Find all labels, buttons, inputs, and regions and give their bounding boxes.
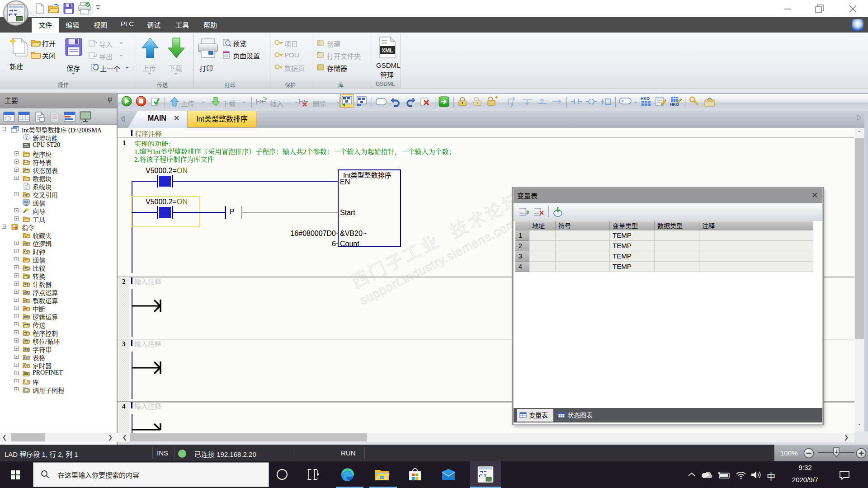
svg-text:±R: ±R xyxy=(24,291,28,295)
svg-text:ttt: ttt xyxy=(24,307,28,310)
svg-text:+1: +1 xyxy=(24,282,28,286)
svg-text:1011: 1011 xyxy=(24,315,30,319)
svg-text:HKO: HKO xyxy=(641,96,650,101)
svg-text:?: ? xyxy=(25,135,28,140)
svg-text:XML: XML xyxy=(382,47,393,54)
svg-text:±I: ±I xyxy=(24,299,28,303)
svg-text:⊐∟: ⊐∟ xyxy=(24,331,30,335)
svg-text:AB: AB xyxy=(24,347,28,352)
